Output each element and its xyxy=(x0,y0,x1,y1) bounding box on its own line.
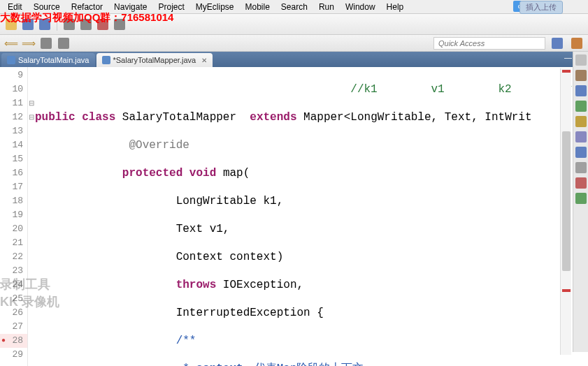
tab-salary-total-main[interactable]: SalaryTotalMain.java xyxy=(1,53,95,67)
line-number: 9 xyxy=(0,68,27,82)
minimize-icon[interactable]: — xyxy=(564,53,572,62)
menu-mobile[interactable]: Mobile xyxy=(240,1,275,13)
line-number: 13 xyxy=(0,124,27,138)
view-icon[interactable] xyxy=(575,177,587,189)
line-number: 17 xyxy=(0,180,27,194)
line-number: 25 xyxy=(0,292,27,306)
view-icon[interactable] xyxy=(575,116,587,127)
back-button[interactable]: ⟸ xyxy=(3,36,19,51)
forward-button[interactable]: ⟹ xyxy=(21,36,36,51)
fold-marker[interactable]: ⊟ xyxy=(28,110,35,124)
line-number: 29 xyxy=(0,348,27,362)
upload-button[interactable]: 插入上传 xyxy=(519,1,563,14)
tab-label: SalaryTotalMain.java xyxy=(18,56,89,64)
line-number: 26 xyxy=(0,306,27,320)
menu-window[interactable]: Window xyxy=(340,1,381,13)
view-icon[interactable] xyxy=(575,131,587,142)
view-icon[interactable] xyxy=(575,101,587,112)
line-number: 15 xyxy=(0,152,27,166)
line-number: 19 xyxy=(0,208,27,222)
tab-label: *SalaryTotalMapper.java xyxy=(113,56,196,64)
java-file-icon xyxy=(102,56,110,64)
code-content[interactable]: //k1 v1 k2 v2 public class SalaryTotalMa… xyxy=(35,67,588,366)
error-marker[interactable] xyxy=(562,289,571,292)
line-number: 27 xyxy=(0,320,27,334)
perspective-button[interactable] xyxy=(550,36,565,51)
menu-myeclipse[interactable]: MyEclipse xyxy=(190,1,240,13)
tool-button[interactable] xyxy=(56,36,71,51)
outline-icon[interactable] xyxy=(575,85,587,96)
line-number: 11 xyxy=(0,96,27,110)
menu-run[interactable]: Run xyxy=(313,1,340,13)
menu-search[interactable]: Search xyxy=(275,1,313,13)
view-icon[interactable] xyxy=(575,54,587,66)
right-toolbar xyxy=(573,52,588,352)
line-number: 28 xyxy=(0,334,27,348)
line-number: 12 xyxy=(0,110,27,124)
close-icon[interactable]: ✕ xyxy=(201,57,207,64)
overlay-ad-text: 大数据学习视频加QQ群：716581014 xyxy=(0,11,173,24)
line-number: 23 xyxy=(0,264,27,278)
tab-salary-total-mapper[interactable]: *SalaryTotalMapper.java ✕ xyxy=(96,53,213,67)
line-number: 10 xyxy=(0,82,27,96)
error-marker[interactable] xyxy=(562,70,571,73)
junit-icon[interactable] xyxy=(575,193,587,204)
quick-access-input[interactable] xyxy=(433,37,545,50)
java-file-icon xyxy=(7,56,15,64)
view-icon[interactable] xyxy=(575,147,587,158)
perspective-button[interactable] xyxy=(569,36,585,51)
vertical-scrollbar[interactable] xyxy=(560,68,571,355)
view-icon[interactable] xyxy=(575,162,587,173)
fold-marker[interactable]: ⊟ xyxy=(28,96,35,110)
editor-tab-bar: SalaryTotalMain.java *SalaryTotalMapper.… xyxy=(0,52,588,67)
secondary-toolbar: ⟸ ⟹ xyxy=(0,35,588,52)
line-number: 18 xyxy=(0,194,27,208)
line-number: 21 xyxy=(0,236,27,250)
code-editor[interactable]: 9 10 11 12 13 14 15 16 17 18 19 20 21 22… xyxy=(0,67,588,366)
scroll-thumb[interactable] xyxy=(562,131,571,271)
line-number: 24 xyxy=(0,278,27,292)
tool-button[interactable] xyxy=(38,36,54,51)
line-number: 14 xyxy=(0,138,27,152)
line-number-gutter: 9 10 11 12 13 14 15 16 17 18 19 20 21 22… xyxy=(0,67,28,366)
line-number: 16 xyxy=(0,166,27,180)
line-number: 20 xyxy=(0,222,27,236)
view-icon[interactable] xyxy=(575,70,587,81)
line-number: 22 xyxy=(0,250,27,264)
menu-help[interactable]: Help xyxy=(381,1,410,13)
fold-gutter: ⊟ ⊟ xyxy=(28,67,35,366)
